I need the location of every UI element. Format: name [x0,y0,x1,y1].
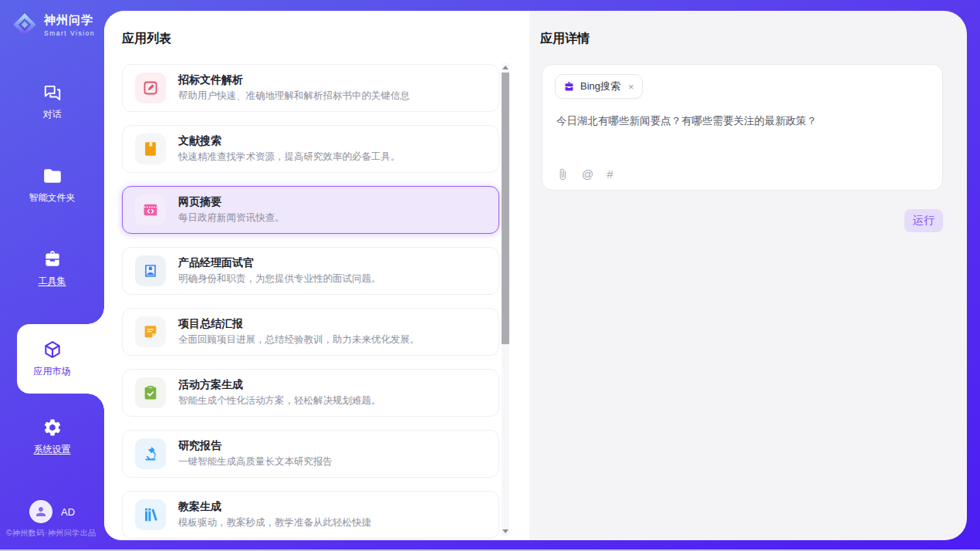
app-card[interactable]: 招标文件解析 帮助用户快速、准确地理解和解析招标书中的关键信息 [122,64,499,112]
app-card-title: 教案生成 [178,500,371,514]
app-icon [142,140,159,157]
app-card-description: 每日政府新闻资讯快查。 [178,211,285,225]
prompt-card[interactable]: Bing搜索 × 今日湖北有哪些新闻要点？有哪些需要关注的最新政策？ @ # [542,64,943,191]
sidebar-item-icon [42,249,63,269]
main-content: 应用列表 招标文件解析 帮助用户快速、准确地理解和解析招标书中的关键信息 [104,11,967,540]
app-icon-tile [135,438,166,469]
app-card-description: 智能生成个性化活动方案，轻松解决规划难题。 [178,394,381,407]
person-icon [34,505,48,519]
app-card[interactable]: 网页摘要 每日政府新闻资讯快查。 [122,186,499,234]
run-button[interactable]: 运行 [904,209,943,232]
tool-tag-label: Bing搜索 [580,79,620,93]
app-icon-tile [135,255,166,286]
app-icon-tile [135,499,166,530]
briefcase-icon [563,81,575,93]
scroll-up-icon[interactable] [502,66,509,69]
sidebar-item-icon [42,417,63,438]
sidebar-item[interactable]: 工具集 [0,246,104,291]
app-detail-title: 应用详情 [540,31,967,47]
app-card[interactable]: 教案生成 模板驱动，教案秒成，教学准备从此轻松快捷 [122,491,499,539]
app-card-title: 文献搜索 [178,134,400,148]
prompt-text[interactable]: 今日湖北有哪些新闻要点？有哪些需要关注的最新政策？ [556,114,930,128]
sidebar-item[interactable]: 应用市场 [0,324,104,394]
app-detail-panel: 应用详情 Bing搜索 × 今日湖北有哪些新闻要点？有哪些需要关注的最新政策？ … [529,11,967,540]
app-card-title: 招标文件解析 [178,73,410,87]
app-icon-tile [135,134,166,164]
app-card-description: 模板驱动，教案秒成，教学准备从此轻松快捷 [178,516,371,529]
sidebar-item-icon [42,340,63,360]
sidebar-item[interactable]: 智能文件夹 [0,163,104,208]
app-card-description: 快速精准查找学术资源，提高研究效率的必备工具。 [178,150,400,164]
sidebar-item-label: 工具集 [39,275,66,288]
scrollbar-thumb[interactable] [502,73,509,344]
app-icon [142,506,159,523]
app-card[interactable]: 项目总结汇报 全面回顾项目进展，总结经验教训，助力未来优化发展。 [122,308,499,356]
tool-tag[interactable]: Bing搜索 × [555,74,643,99]
sidebar-item[interactable]: 对话 [0,79,104,124]
sidebar-item-icon [42,83,63,103]
app-card-description: 全面回顾项目进展，总结经验教训，助力未来优化发展。 [178,333,420,346]
scroll-down-icon[interactable] [502,529,509,533]
app-card-title: 项目总结汇报 [178,317,420,331]
app-icon-tile [135,377,166,408]
app-icon-tile [135,316,166,347]
user-profile[interactable]: AD [29,500,75,523]
sidebar: 神州问学 Smart Vision 对话 智能文件夹 工具集 [0,0,104,551]
avatar [29,500,52,523]
app-icon [142,201,159,218]
app-card[interactable]: 活动方案生成 智能生成个性化活动方案，轻松解决规划难题。 [122,369,499,417]
app-list-panel: 应用列表 招标文件解析 帮助用户快速、准确地理解和解析招标书中的关键信息 [104,11,529,540]
app-icon [142,384,159,401]
sidebar-item-label: 对话 [43,108,62,121]
remove-tag-icon[interactable]: × [628,81,634,93]
sidebar-item-icon [42,166,63,186]
app-card-description: 明确身份和职责，为您提供专业性的面试问题。 [178,272,381,286]
app-card-title: 产品经理面试官 [178,256,381,270]
composer-toolbar: @ # [556,167,613,181]
copyright-footer: ©神州数码·神州问学出品 [6,528,96,539]
mention-icon[interactable]: @ [582,167,593,181]
app-card[interactable]: 文献搜索 快速精准查找学术资源，提高研究效率的必备工具。 [122,125,499,173]
app-icon-tile [135,73,166,103]
sidebar-item-label: 智能文件夹 [29,191,76,205]
attach-icon[interactable] [556,168,569,181]
app-icon [142,323,159,340]
app-card-description: 帮助用户快速、准确地理解和解析招标书中的关键信息 [178,90,410,103]
app-card[interactable]: 研究报告 一键智能生成高质量长文本研究报告 [122,430,499,478]
user-name: AD [61,506,75,518]
app-card-title: 研究报告 [178,439,333,453]
app-card-description: 一键智能生成高质量长文本研究报告 [178,455,333,468]
app-icon-tile [135,194,166,225]
app-card-title: 网页摘要 [178,195,285,209]
sidebar-item-label: 系统设置 [34,443,71,456]
sidebar-item[interactable]: 系统设置 [0,414,104,459]
app-icon [142,445,159,462]
sidebar-item-label: 应用市场 [34,365,71,378]
app-card-title: 活动方案生成 [178,378,381,392]
sidebar-nav: 对话 智能文件夹 工具集 应用市场 系统设置 [0,0,104,551]
app-icon [142,79,159,96]
app-card[interactable]: 产品经理面试官 明确身份和职责，为您提供专业性的面试问题。 [122,247,499,295]
app-icon [142,262,159,279]
topic-icon[interactable]: # [607,167,613,181]
app-card-list: 招标文件解析 帮助用户快速、准确地理解和解析招标书中的关键信息 文献搜索 快速精… [122,64,499,539]
scrollbar[interactable] [502,63,509,536]
app-list-title: 应用列表 [122,31,529,47]
